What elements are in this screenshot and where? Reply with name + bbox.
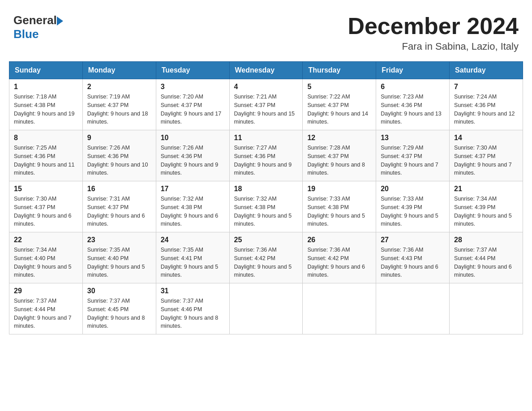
sunset-text: Sunset: 4:44 PM (454, 255, 495, 261)
day-info: Sunrise: 7:19 AM Sunset: 4:37 PM Dayligh… (87, 93, 151, 126)
day-info: Sunrise: 7:26 AM Sunset: 4:36 PM Dayligh… (87, 144, 151, 177)
sunrise-text: Sunrise: 7:24 AM (454, 94, 497, 100)
daylight-text: Daylight: 9 hours and 8 minutes. (87, 315, 145, 330)
day-info: Sunrise: 7:28 AM Sunset: 4:37 PM Dayligh… (307, 144, 371, 177)
sunset-text: Sunset: 4:38 PM (234, 204, 275, 210)
day-number: 29 (14, 287, 78, 295)
day-number: 21 (454, 185, 518, 193)
table-row: 11 Sunrise: 7:27 AM Sunset: 4:36 PM Dayl… (229, 130, 303, 181)
sunset-text: Sunset: 4:45 PM (87, 306, 129, 313)
day-info: Sunrise: 7:22 AM Sunset: 4:37 PM Dayligh… (307, 93, 371, 126)
table-row (229, 283, 303, 334)
day-info: Sunrise: 7:37 AM Sunset: 4:44 PM Dayligh… (454, 246, 518, 279)
sunrise-text: Sunrise: 7:26 AM (87, 145, 130, 151)
col-tuesday: Tuesday (156, 62, 229, 79)
day-number: 28 (454, 236, 518, 244)
sunset-text: Sunset: 4:44 PM (14, 306, 55, 313)
table-row: 17 Sunrise: 7:32 AM Sunset: 4:38 PM Dayl… (156, 181, 229, 232)
table-row: 1 Sunrise: 7:18 AM Sunset: 4:38 PM Dayli… (9, 79, 83, 130)
table-row: 7 Sunrise: 7:24 AM Sunset: 4:36 PM Dayli… (450, 79, 523, 130)
daylight-text: Daylight: 9 hours and 10 minutes. (87, 162, 148, 176)
day-number: 20 (381, 185, 445, 193)
daylight-text: Daylight: 9 hours and 6 minutes. (87, 213, 145, 227)
daylight-text: Daylight: 9 hours and 7 minutes. (14, 315, 72, 330)
day-info: Sunrise: 7:33 AM Sunset: 4:38 PM Dayligh… (307, 195, 371, 228)
sunrise-text: Sunrise: 7:37 AM (454, 247, 497, 253)
day-info: Sunrise: 7:29 AM Sunset: 4:37 PM Dayligh… (381, 144, 445, 177)
daylight-text: Daylight: 9 hours and 6 minutes. (307, 264, 365, 278)
day-number: 22 (14, 236, 78, 244)
sunrise-text: Sunrise: 7:28 AM (307, 145, 350, 151)
sunset-text: Sunset: 4:42 PM (307, 255, 348, 261)
daylight-text: Daylight: 9 hours and 13 minutes. (381, 111, 442, 125)
sunset-text: Sunset: 4:37 PM (381, 153, 422, 159)
sunset-text: Sunset: 4:37 PM (161, 102, 202, 108)
table-row: 2 Sunrise: 7:19 AM Sunset: 4:37 PM Dayli… (82, 79, 156, 130)
day-number: 30 (87, 287, 151, 295)
col-sunday: Sunday (9, 62, 83, 79)
daylight-text: Daylight: 9 hours and 5 minutes. (161, 264, 219, 278)
day-number: 23 (87, 236, 151, 244)
sunrise-text: Sunrise: 7:36 AM (381, 247, 423, 253)
daylight-text: Daylight: 9 hours and 6 minutes. (454, 264, 512, 278)
day-number: 27 (381, 236, 445, 244)
sunset-text: Sunset: 4:38 PM (161, 204, 202, 210)
day-info: Sunrise: 7:24 AM Sunset: 4:36 PM Dayligh… (454, 93, 518, 126)
sunrise-text: Sunrise: 7:37 AM (87, 298, 130, 304)
table-row: 22 Sunrise: 7:34 AM Sunset: 4:40 PM Dayl… (9, 232, 83, 283)
day-info: Sunrise: 7:36 AM Sunset: 4:42 PM Dayligh… (307, 246, 371, 279)
day-number: 17 (161, 185, 225, 193)
table-row: 23 Sunrise: 7:35 AM Sunset: 4:40 PM Dayl… (82, 232, 156, 283)
daylight-text: Daylight: 9 hours and 9 minutes. (161, 162, 219, 176)
calendar-month-year: December 2024 (348, 13, 519, 39)
sunset-text: Sunset: 4:39 PM (381, 204, 422, 210)
table-row: 15 Sunrise: 7:30 AM Sunset: 4:37 PM Dayl… (9, 181, 83, 232)
day-number: 1 (14, 83, 78, 91)
day-info: Sunrise: 7:36 AM Sunset: 4:43 PM Dayligh… (381, 246, 445, 279)
calendar-header-row: Sunday Monday Tuesday Wednesday Thursday… (9, 62, 523, 79)
day-info: Sunrise: 7:32 AM Sunset: 4:38 PM Dayligh… (234, 195, 298, 228)
sunrise-text: Sunrise: 7:22 AM (307, 94, 350, 100)
daylight-text: Daylight: 9 hours and 5 minutes. (234, 264, 292, 278)
day-info: Sunrise: 7:37 AM Sunset: 4:45 PM Dayligh… (87, 297, 151, 330)
daylight-text: Daylight: 9 hours and 8 minutes. (307, 162, 365, 176)
calendar-week-row: 1 Sunrise: 7:18 AM Sunset: 4:38 PM Dayli… (9, 79, 523, 130)
table-row: 13 Sunrise: 7:29 AM Sunset: 4:37 PM Dayl… (376, 130, 450, 181)
daylight-text: Daylight: 9 hours and 7 minutes. (454, 162, 512, 176)
sunset-text: Sunset: 4:42 PM (234, 255, 275, 261)
day-number: 6 (381, 83, 445, 91)
table-row: 18 Sunrise: 7:32 AM Sunset: 4:38 PM Dayl… (229, 181, 303, 232)
sunset-text: Sunset: 4:37 PM (87, 204, 129, 210)
day-info: Sunrise: 7:33 AM Sunset: 4:39 PM Dayligh… (381, 195, 445, 228)
day-number: 13 (381, 134, 445, 142)
sunrise-text: Sunrise: 7:32 AM (161, 196, 203, 202)
sunrise-text: Sunrise: 7:35 AM (87, 247, 130, 253)
day-number: 2 (87, 83, 151, 91)
daylight-text: Daylight: 9 hours and 5 minutes. (307, 213, 365, 227)
sunset-text: Sunset: 4:43 PM (381, 255, 422, 261)
day-info: Sunrise: 7:20 AM Sunset: 4:37 PM Dayligh… (161, 93, 225, 126)
sunrise-text: Sunrise: 7:19 AM (87, 94, 130, 100)
day-info: Sunrise: 7:37 AM Sunset: 4:46 PM Dayligh… (161, 297, 225, 330)
table-row (450, 283, 523, 334)
day-number: 8 (14, 134, 78, 142)
col-friday: Friday (376, 62, 450, 79)
table-row: 30 Sunrise: 7:37 AM Sunset: 4:45 PM Dayl… (82, 283, 156, 334)
sunset-text: Sunset: 4:40 PM (87, 255, 129, 261)
sunrise-text: Sunrise: 7:33 AM (381, 196, 423, 202)
sunset-text: Sunset: 4:46 PM (161, 306, 202, 313)
day-info: Sunrise: 7:35 AM Sunset: 4:40 PM Dayligh… (87, 246, 151, 279)
sunset-text: Sunset: 4:40 PM (14, 255, 55, 261)
day-number: 12 (307, 134, 371, 142)
sunrise-text: Sunrise: 7:30 AM (14, 196, 56, 202)
day-info: Sunrise: 7:30 AM Sunset: 4:37 PM Dayligh… (14, 195, 78, 228)
sunrise-text: Sunrise: 7:35 AM (161, 247, 203, 253)
calendar-title-block: December 2024 Fara in Sabina, Lazio, Ita… (348, 13, 519, 52)
sunset-text: Sunset: 4:38 PM (307, 204, 348, 210)
logo-arrow-icon (57, 17, 63, 26)
sunset-text: Sunset: 4:36 PM (234, 153, 275, 159)
sunset-text: Sunset: 4:36 PM (14, 153, 55, 159)
sunrise-text: Sunrise: 7:27 AM (234, 145, 277, 151)
sunset-text: Sunset: 4:37 PM (307, 102, 348, 108)
sunset-text: Sunset: 4:37 PM (454, 153, 495, 159)
